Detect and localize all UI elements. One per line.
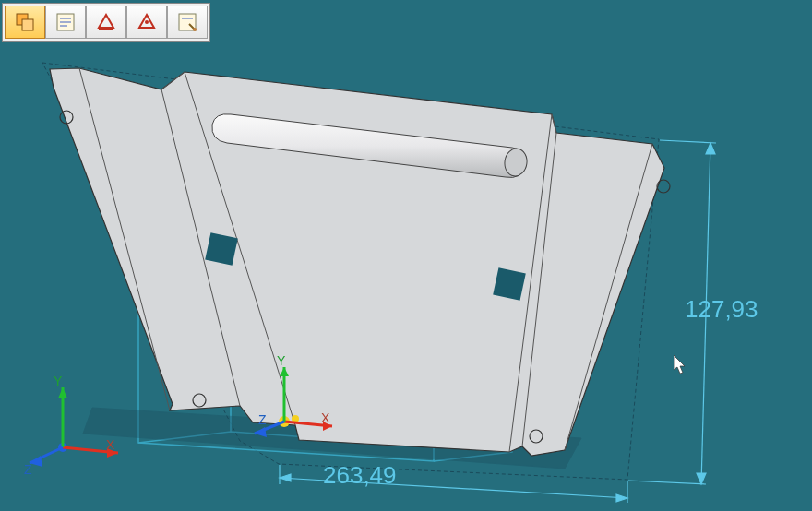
options-icon xyxy=(176,11,198,33)
svg-point-48 xyxy=(145,20,149,24)
tool-sketch-plane[interactable] xyxy=(86,6,126,39)
sketch-plane-alt-icon xyxy=(136,11,158,33)
sheet-metal-part[interactable] xyxy=(50,68,670,456)
tool-options[interactable] xyxy=(167,6,208,39)
svg-marker-20 xyxy=(616,494,627,502)
svg-point-51 xyxy=(193,28,197,31)
dimension-width-label[interactable]: 263,49 xyxy=(323,461,397,490)
dimension-height-label[interactable]: 127,93 xyxy=(685,295,758,324)
svg-rect-42 xyxy=(22,19,33,30)
svg-point-13 xyxy=(657,180,670,193)
axis-label-x-local: X xyxy=(321,410,330,425)
svg-marker-2 xyxy=(50,68,664,456)
svg-marker-38 xyxy=(58,387,67,398)
axis-label-z-local: Z xyxy=(258,412,267,427)
axis-label-y-local: Y xyxy=(277,353,286,368)
tool-sketch-plane-alt[interactable] xyxy=(126,6,167,39)
copy-geometry-icon xyxy=(14,11,36,33)
viewport-3d[interactable]: X Y Z X Y Z 263,49 127,93 xyxy=(0,0,812,511)
tool-copy-geometry[interactable] xyxy=(5,6,45,39)
svg-line-22 xyxy=(628,481,706,484)
svg-marker-19 xyxy=(280,474,291,481)
axis-label-x: X xyxy=(106,437,115,452)
svg-marker-24 xyxy=(706,143,715,154)
tool-properties[interactable] xyxy=(45,6,86,39)
context-toolbar xyxy=(2,3,210,42)
cad-canvas[interactable]: X Y Z X Y Z xyxy=(0,0,812,511)
selection-handle[interactable] xyxy=(493,267,526,301)
properties-icon xyxy=(54,11,77,33)
svg-marker-25 xyxy=(697,473,706,484)
axis-label-y: Y xyxy=(54,374,63,388)
axis-label-z: Z xyxy=(24,462,32,477)
selection-handle[interactable] xyxy=(205,232,238,266)
svg-line-21 xyxy=(660,140,716,143)
sketch-plane-icon xyxy=(95,11,117,33)
